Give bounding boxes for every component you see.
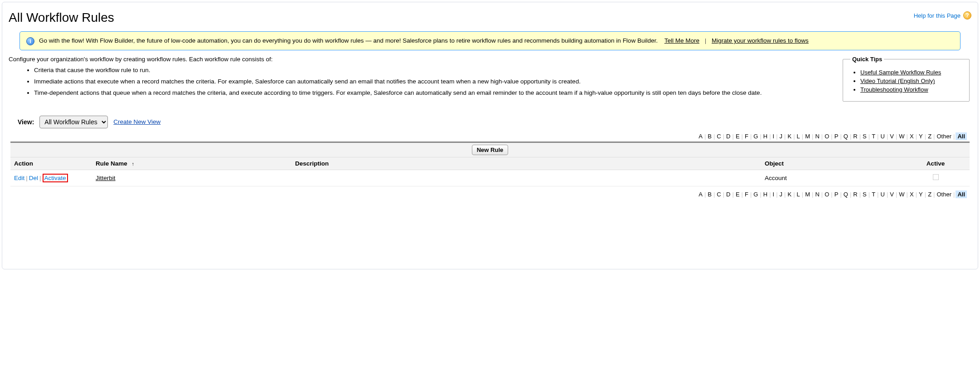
- quick-tip-link[interactable]: Troubleshooting Workflow: [860, 86, 928, 93]
- table-header-row: Action Rule Name ↑ Description Object Ac…: [10, 157, 970, 170]
- action-cell: Edit|Del|Activate: [10, 170, 92, 186]
- create-new-view-link[interactable]: Create New View: [113, 118, 160, 125]
- col-action: Action: [10, 157, 92, 170]
- alpha-letter[interactable]: F: [744, 133, 749, 140]
- alpha-letter[interactable]: W: [898, 191, 905, 198]
- alpha-filter-top: A|B|C|D|E|F|G|H|I|J|K|L|M|N|O|P|Q|R|S|T|…: [9, 133, 967, 140]
- alpha-letter[interactable]: K: [787, 133, 793, 140]
- col-rule-name[interactable]: Rule Name ↑: [92, 157, 291, 170]
- alpha-letter[interactable]: H: [762, 191, 768, 198]
- banner-text: Go with the flow! With Flow Builder, the…: [39, 37, 658, 44]
- page-title: All Workflow Rules: [9, 10, 114, 25]
- view-select[interactable]: All Workflow Rules: [39, 116, 108, 128]
- body-columns: Configure your organization's workflow b…: [9, 56, 971, 105]
- alpha-letter[interactable]: E: [735, 133, 741, 140]
- alpha-letter[interactable]: O: [824, 191, 830, 198]
- alpha-letter[interactable]: C: [716, 191, 722, 198]
- alpha-letter[interactable]: X: [909, 133, 915, 140]
- alpha-letter[interactable]: T: [871, 133, 876, 140]
- quick-tips-list: Useful Sample Workflow Rules Video Tutor…: [850, 69, 962, 93]
- alpha-letter[interactable]: K: [787, 191, 793, 198]
- alpha-letter[interactable]: G: [752, 133, 759, 140]
- intro-section: Configure your organization's workflow b…: [9, 56, 834, 100]
- alpha-letter[interactable]: Z: [927, 133, 932, 140]
- alpha-letter[interactable]: R: [852, 191, 858, 198]
- activate-highlight: Activate: [43, 174, 68, 182]
- alpha-letter[interactable]: P: [834, 133, 839, 140]
- alpha-letter[interactable]: A: [698, 191, 703, 198]
- help-link-label: Help for this Page: [914, 12, 961, 19]
- alpha-letter[interactable]: F: [744, 191, 749, 198]
- alpha-letter[interactable]: J: [779, 191, 784, 198]
- page-container: All Workflow Rules Help for this Page ? …: [2, 2, 978, 269]
- alpha-letter[interactable]: D: [725, 133, 731, 140]
- col-description[interactable]: Description: [291, 157, 761, 170]
- help-for-page-link[interactable]: Help for this Page ?: [914, 11, 971, 20]
- alpha-letter[interactable]: E: [735, 191, 741, 198]
- alpha-letter[interactable]: N: [814, 191, 820, 198]
- alpha-letter[interactable]: T: [871, 191, 876, 198]
- rule-name-link[interactable]: Jitterbit: [96, 175, 116, 181]
- quick-tip-link[interactable]: Video Tutorial (English Only): [860, 78, 935, 84]
- alpha-letter[interactable]: Y: [918, 133, 924, 140]
- alpha-letter[interactable]: W: [898, 133, 905, 140]
- alpha-letter[interactable]: A: [698, 133, 703, 140]
- alpha-letter[interactable]: B: [707, 133, 713, 140]
- alpha-all[interactable]: All: [956, 190, 967, 198]
- alpha-letter[interactable]: Q: [843, 191, 849, 198]
- sort-ascending-icon: ↑: [132, 161, 135, 166]
- help-icon: ?: [963, 11, 971, 20]
- alpha-letter[interactable]: X: [909, 191, 915, 198]
- alpha-letter[interactable]: H: [762, 133, 768, 140]
- alpha-letter[interactable]: U: [879, 191, 885, 198]
- alpha-letter[interactable]: S: [862, 191, 868, 198]
- view-selector-row: View: All Workflow Rules Create New View: [18, 116, 971, 128]
- alpha-letter[interactable]: M: [804, 191, 811, 198]
- alpha-letter[interactable]: V: [889, 133, 895, 140]
- tell-me-more-link[interactable]: Tell Me More: [665, 37, 699, 44]
- active-checkbox-icon: [933, 174, 939, 180]
- intro-bullet: Immediate actions that execute when a re…: [34, 78, 834, 86]
- alpha-letter[interactable]: S: [862, 133, 868, 140]
- alpha-letter[interactable]: O: [824, 133, 830, 140]
- col-object[interactable]: Object: [761, 157, 902, 170]
- alpha-letter[interactable]: B: [707, 191, 713, 198]
- alpha-letter[interactable]: D: [725, 191, 731, 198]
- alpha-letter[interactable]: Q: [843, 133, 849, 140]
- col-active[interactable]: Active: [902, 157, 970, 170]
- page-header: All Workflow Rules Help for this Page ?: [9, 9, 971, 31]
- alpha-letter[interactable]: C: [716, 133, 722, 140]
- alpha-letter[interactable]: L: [796, 191, 801, 198]
- intro-bullets: Criteria that cause the workflow rule to…: [9, 66, 834, 98]
- alpha-letter[interactable]: Y: [918, 191, 924, 198]
- activate-link[interactable]: Activate: [44, 175, 66, 181]
- rules-table: Action Rule Name ↑ Description Object Ac…: [10, 157, 970, 186]
- table-row: Edit|Del|ActivateJitterbitAccount: [10, 170, 970, 186]
- alpha-all[interactable]: All: [956, 132, 967, 140]
- del-link[interactable]: Del: [29, 175, 38, 181]
- alpha-letter[interactable]: V: [889, 191, 895, 198]
- edit-link[interactable]: Edit: [14, 175, 24, 181]
- alpha-letter[interactable]: G: [752, 191, 759, 198]
- alpha-letter[interactable]: M: [804, 133, 811, 140]
- quick-tip-link[interactable]: Useful Sample Workflow Rules: [860, 69, 941, 76]
- alpha-letter[interactable]: N: [814, 133, 820, 140]
- rule-name-cell: Jitterbit: [92, 170, 291, 186]
- new-rule-button[interactable]: New Rule: [472, 145, 509, 155]
- alpha-other[interactable]: Other: [936, 191, 952, 198]
- alpha-other[interactable]: Other: [936, 133, 952, 140]
- migrate-link[interactable]: Migrate your workflow rules to flows: [712, 37, 809, 44]
- view-label: View:: [18, 118, 34, 126]
- flow-builder-banner: i Go with the flow! With Flow Builder, t…: [19, 31, 961, 50]
- banner-separator: |: [705, 37, 707, 44]
- alpha-letter[interactable]: P: [834, 191, 839, 198]
- col-rule-name-label: Rule Name: [96, 160, 127, 167]
- alpha-letter[interactable]: R: [852, 133, 858, 140]
- alpha-letter[interactable]: J: [779, 133, 784, 140]
- alpha-letter[interactable]: U: [879, 133, 885, 140]
- rules-list-block: New Rule Action Rule Name ↑ Description …: [10, 142, 970, 186]
- object-cell: Account: [761, 170, 902, 186]
- alpha-letter[interactable]: L: [796, 133, 801, 140]
- alpha-letter[interactable]: Z: [927, 191, 932, 198]
- alpha-filter-bottom: A|B|C|D|E|F|G|H|I|J|K|L|M|N|O|P|Q|R|S|T|…: [9, 191, 967, 198]
